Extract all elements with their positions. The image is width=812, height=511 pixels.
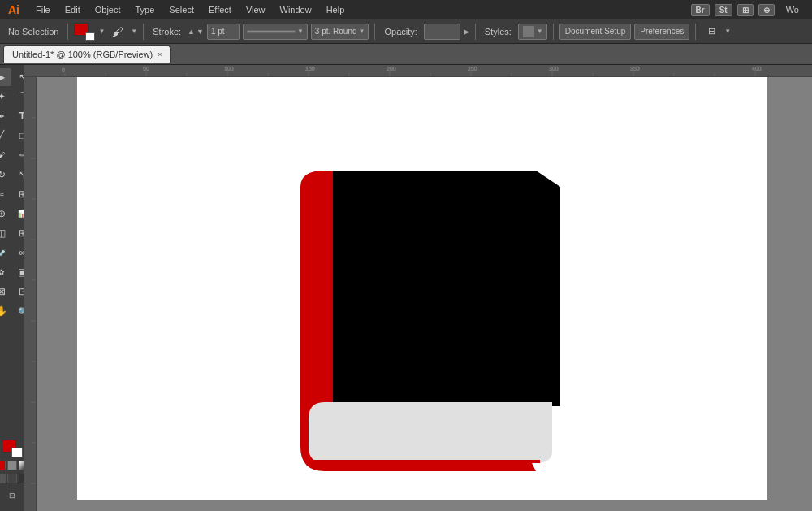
opacity-expand-icon[interactable]: ▶ — [464, 28, 469, 36]
menu-object[interactable]: Object — [89, 3, 127, 16]
graph-tool[interactable]: 📊 — [13, 205, 25, 223]
transform-tools-row: ↻ ⤡ — [0, 166, 24, 184]
stroke-style-dropdown[interactable]: ▼ — [243, 24, 308, 40]
opacity-input[interactable]: 100% — [424, 24, 460, 40]
stroke-round-dropdown[interactable]: 3 pt. Round ▼ — [311, 24, 369, 40]
tab-label: Untitled-1* @ 100% (RGB/Preview) — [12, 50, 153, 59]
warp-tool[interactable]: ≈ — [0, 185, 11, 203]
grid-icon[interactable]: ⊞ — [737, 4, 754, 16]
document-setup-button[interactable]: Document Setup — [559, 24, 632, 40]
stroke-increment-up[interactable]: ▲ — [188, 28, 195, 36]
workspace-icon[interactable]: Wo — [780, 3, 806, 16]
svg-text:350: 350 — [630, 66, 640, 71]
styles-label: Styles: — [482, 27, 515, 37]
color-section: ⊟ — [0, 436, 24, 508]
gradient-tools-row: ◫ ⊞ — [0, 224, 24, 242]
stock-icon[interactable]: St — [715, 4, 732, 16]
color-mode-none[interactable] — [7, 461, 17, 470]
brush-dropdown-arrow[interactable]: ▼ — [131, 28, 137, 35]
paintbrush-tool[interactable]: 🖌 — [0, 146, 11, 164]
direct-selection-tool[interactable]: ↖ — [13, 68, 25, 86]
selection-tools-row: ▶ ↖ — [0, 68, 24, 86]
crop-tool[interactable]: ⊡ — [13, 283, 25, 301]
menu-right-icons: Br St ⊞ ⊕ Wo — [691, 3, 809, 16]
brush-tools-row: 🖌 ✏ — [0, 146, 24, 164]
toolbar-separator-4 — [475, 24, 476, 40]
fill-color-picker[interactable] — [74, 23, 95, 41]
svg-text:250: 250 — [468, 66, 477, 71]
document-tab[interactable]: Untitled-1* @ 100% (RGB/Preview) × — [3, 45, 171, 63]
rect-tool[interactable]: □ — [13, 127, 25, 145]
type-tool[interactable]: T — [13, 107, 25, 125]
left-ruler — [24, 77, 37, 511]
rotate-tool[interactable]: ↻ — [0, 166, 11, 184]
canvas-area[interactable]: 0 50 100 150 200 250 300 350 — [24, 65, 812, 511]
tab-close-button[interactable]: × — [158, 50, 162, 58]
book-illustration — [252, 162, 593, 479]
preferences-button[interactable]: Preferences — [634, 24, 689, 40]
menu-select[interactable]: Select — [162, 3, 201, 16]
draw-normal-mode[interactable] — [0, 474, 6, 483]
menu-window[interactable]: Window — [274, 3, 318, 16]
gradient-tool[interactable]: ◫ — [0, 224, 11, 242]
menu-bar: Ai File Edit Object Type Select Effect V… — [0, 0, 812, 19]
menu-edit[interactable]: Edit — [58, 3, 87, 16]
sync-icon[interactable]: ⊕ — [758, 4, 775, 16]
hand-tool[interactable]: ✋ — [0, 302, 11, 320]
draw-inside-mode[interactable] — [7, 474, 17, 483]
pen-tool[interactable]: ✒ — [0, 107, 11, 125]
line-tools-row: ╱ □ — [0, 127, 24, 145]
stroke-round-label: 3 pt. Round — [315, 27, 357, 36]
magic-wand-tool[interactable]: ✦ — [0, 88, 11, 106]
lasso-tool[interactable]: ⌒ — [13, 88, 25, 106]
bridge-icon[interactable]: Br — [691, 4, 710, 16]
top-ruler: 0 50 100 150 200 250 300 350 — [24, 65, 812, 77]
selection-label: No Selection — [5, 27, 62, 37]
menu-effect[interactable]: Effect — [202, 3, 238, 16]
zoom-tool[interactable]: 🔍 — [13, 302, 25, 320]
color-mode-swatches — [0, 461, 24, 470]
svg-text:50: 50 — [143, 66, 149, 71]
eyedropper-tools-row: 💉 ∞ — [0, 244, 24, 262]
selection-tool[interactable]: ▶ — [0, 68, 11, 86]
artboard-tool[interactable]: ▣ — [13, 263, 25, 281]
fill-dropdown-arrow[interactable]: ▼ — [98, 28, 105, 35]
slice-tool[interactable]: ⊠ — [0, 283, 11, 301]
menu-help[interactable]: Help — [320, 3, 352, 16]
color-mode-color[interactable] — [0, 461, 6, 470]
opacity-label: Opacity: — [381, 27, 420, 37]
free-transform-tool[interactable]: ⊞ — [13, 185, 25, 203]
scale-tool[interactable]: ⤡ — [13, 166, 25, 184]
eyedropper-tool[interactable]: 💉 — [0, 244, 11, 262]
svg-text:150: 150 — [305, 66, 315, 71]
menu-type[interactable]: Type — [129, 3, 162, 16]
brush-tool-icon[interactable]: 🖌 — [108, 23, 127, 41]
stroke-increment-down[interactable]: ▼ — [197, 28, 204, 36]
shape-builder-tool[interactable]: ⊕ — [0, 205, 11, 223]
menu-file[interactable]: File — [29, 3, 57, 16]
svg-text:400: 400 — [752, 66, 762, 71]
draw-behind-mode[interactable] — [19, 474, 25, 483]
background-color-swatch[interactable] — [11, 448, 23, 457]
toolbar-separator-1 — [67, 24, 68, 40]
mesh-tool[interactable]: ⊞ — [13, 224, 25, 242]
pencil-tool[interactable]: ✏ — [13, 146, 25, 164]
toolbar-separator-2 — [143, 24, 144, 40]
workspace-arrange-icon[interactable]: ⊟ — [702, 23, 721, 41]
shape-builder-row: ⊕ 📊 — [0, 205, 24, 223]
symbol-tool[interactable]: ✿ — [0, 263, 11, 281]
svg-rect-28 — [24, 77, 37, 511]
view-tools-row: ✋ 🔍 — [0, 302, 24, 320]
styles-dropdown[interactable]: ▼ — [518, 24, 547, 40]
color-mode-gradient[interactable] — [19, 461, 25, 470]
styles-dropdown-arrow[interactable]: ▼ — [537, 28, 543, 35]
blend-tool[interactable]: ∞ — [13, 244, 25, 262]
stroke-input[interactable] — [207, 24, 240, 40]
line-tool[interactable]: ╱ — [0, 127, 11, 145]
screen-mode-button[interactable]: ⊟ — [2, 487, 22, 505]
toolbar-separator-5 — [553, 24, 554, 40]
stroke-round-arrow[interactable]: ▼ — [359, 28, 365, 35]
workspace-arrow[interactable]: ▼ — [724, 28, 731, 35]
menu-view[interactable]: View — [240, 3, 272, 16]
stroke-style-arrow[interactable]: ▼ — [297, 28, 304, 35]
